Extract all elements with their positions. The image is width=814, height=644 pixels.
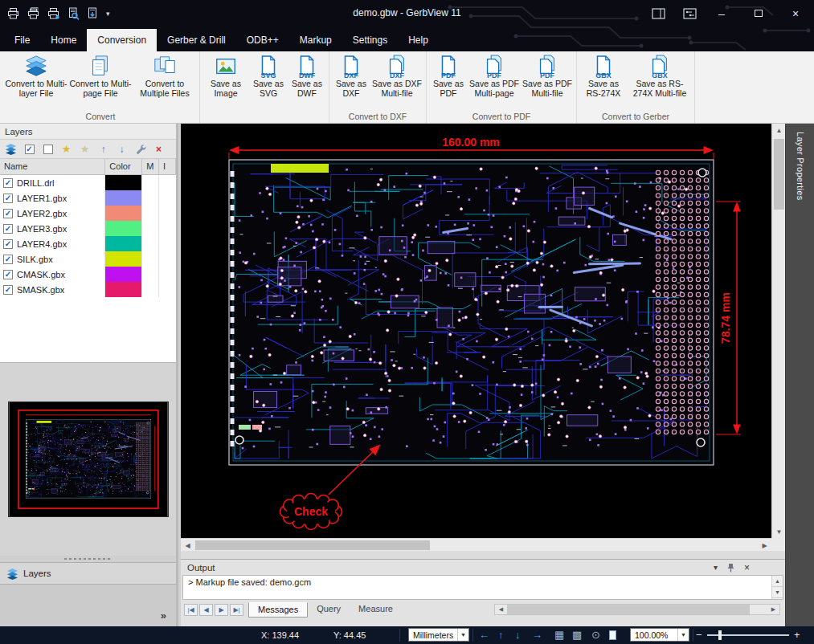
layer-color-swatch[interactable]: [105, 221, 142, 236]
overflow-chevron-icon[interactable]: »: [161, 609, 166, 622]
layer-color-swatch[interactable]: [105, 236, 142, 251]
panels-layout-icon[interactable]: [652, 8, 665, 19]
layers-bottom-tab[interactable]: Layers: [0, 562, 176, 585]
layer-visible-checkbox[interactable]: ✓: [3, 224, 13, 234]
snap-grid-icon[interactable]: ▩: [572, 629, 582, 642]
scroll-right-icon[interactable]: ▶: [758, 539, 771, 552]
print-preview-icon[interactable]: [67, 7, 80, 20]
scroll-down-icon[interactable]: ▼: [772, 525, 786, 538]
layer-visible-checkbox[interactable]: ✓: [3, 178, 13, 188]
menu-tab-file[interactable]: File: [4, 29, 40, 51]
layer-row-smask-gbx[interactable]: ✓SMASK.gbx: [0, 282, 176, 297]
maximize-icon[interactable]: [740, 0, 777, 26]
column-header-name[interactable]: Name: [0, 159, 105, 174]
save-as-pdf-multi-file-button[interactable]: PDFSave as PDF Multi-file: [522, 53, 573, 99]
save-as-pdf-multi-page-button[interactable]: PDFSave as PDF Multi-page: [468, 53, 520, 99]
menu-tab-settings[interactable]: Settings: [342, 29, 398, 51]
pan-down-icon[interactable]: ↓: [515, 629, 521, 642]
highlight-off-icon[interactable]: ★: [78, 142, 92, 156]
layers-icon[interactable]: [4, 142, 18, 156]
output-tab-messages[interactable]: Messages: [248, 602, 308, 618]
column-header-m[interactable]: M: [142, 159, 159, 174]
menu-tab-conversion[interactable]: Conversion: [87, 29, 157, 51]
layer-row-silk-gbx[interactable]: ✓SILK.gbx: [0, 251, 176, 267]
sheet-icon[interactable]: [609, 629, 616, 643]
scroll-left-icon[interactable]: ◀: [181, 539, 194, 552]
next-message-icon[interactable]: ▶: [215, 604, 228, 616]
horizontal-scroll-thumb[interactable]: [195, 540, 430, 550]
output-tab-measure[interactable]: Measure: [350, 602, 402, 618]
save-as-svg-button[interactable]: SVGSave as SVG: [250, 53, 287, 99]
board-view-icon[interactable]: [683, 8, 697, 19]
pin-icon[interactable]: [726, 563, 735, 573]
uncheck-all-icon[interactable]: [41, 142, 55, 156]
layer-visible-checkbox[interactable]: ✓: [3, 255, 13, 264]
layer-visible-checkbox[interactable]: ✓: [3, 194, 13, 203]
menu-tab-markup[interactable]: Markup: [289, 29, 342, 51]
save-as-dxf-multi-file-button[interactable]: DXFSave as DXF Multi-file: [371, 53, 423, 99]
horizontal-scrollbar[interactable]: ◀ ▶: [181, 538, 771, 551]
width-dimension-label[interactable]: 160.00 mm: [442, 136, 500, 149]
column-header-i[interactable]: I: [159, 159, 176, 174]
scroll-down-icon[interactable]: ▼: [772, 587, 783, 598]
save-as-dwf-button[interactable]: DWFSave as DWF: [288, 53, 325, 99]
output-scroll-thumb[interactable]: [507, 605, 750, 614]
print-multipage-icon[interactable]: [27, 7, 40, 20]
pcb-view[interactable]: 160.00 mm 78.74 mm Check: [181, 124, 771, 538]
layer-visible-checkbox[interactable]: ✓: [3, 270, 13, 279]
pan-right-icon[interactable]: →: [532, 629, 542, 642]
menu-tab-odb[interactable]: ODB++: [236, 29, 289, 51]
convert-to-multi-page-file-button[interactable]: Convert to Multi-page File: [69, 53, 132, 99]
convert-to-multiple-files-button[interactable]: Convert to Multiple Files: [133, 53, 196, 99]
move-down-icon[interactable]: ↓: [115, 142, 129, 156]
layer-visible-checkbox[interactable]: ✓: [3, 209, 13, 218]
close-icon[interactable]: ×: [777, 0, 814, 26]
save-markup-icon[interactable]: [86, 7, 99, 20]
zoom-slider[interactable]: [707, 626, 789, 644]
save-as-rs-274x-button[interactable]: GBXSave as RS-274X: [580, 53, 627, 99]
print-settings-icon[interactable]: [47, 7, 60, 20]
menu-tab-home[interactable]: Home: [40, 29, 87, 51]
delete-icon[interactable]: ×: [152, 142, 166, 156]
output-mini-scrollbar[interactable]: ▲ ▼: [771, 576, 783, 599]
layer-visible-checkbox[interactable]: ✓: [3, 285, 13, 295]
layer-properties-tab[interactable]: Layer Properties: [796, 132, 805, 201]
units-select[interactable]: Millimeters▼: [408, 628, 469, 642]
menu-tab-gerber-drill[interactable]: Gerber & Drill: [157, 29, 236, 51]
layer-row-layer2-gbx[interactable]: ✓LAYER2.gbx: [0, 206, 176, 221]
scroll-right-icon[interactable]: ▶: [767, 605, 779, 614]
vertical-scroll-thumb[interactable]: [774, 139, 784, 210]
scroll-left-icon[interactable]: ◀: [495, 605, 507, 614]
move-up-icon[interactable]: ↑: [96, 142, 110, 156]
pan-left-icon[interactable]: ←: [479, 629, 489, 642]
zoom-select[interactable]: 100.00%▼: [630, 628, 689, 642]
save-as-rs-274x-multi-file-button[interactable]: GBXSave as RS-274X Multi-file: [628, 53, 691, 99]
layer-row-drill-drl[interactable]: ✓DRILL.drl: [0, 175, 176, 190]
save-as-dxf-button[interactable]: DXFSave as DXF: [333, 53, 370, 99]
grid-icon[interactable]: ▦: [554, 629, 564, 642]
first-message-icon[interactable]: |◀: [184, 604, 198, 616]
layer-visible-checkbox[interactable]: ✓: [3, 239, 13, 249]
layer-row-layer1-gbx[interactable]: ✓LAYER1.gbx: [0, 190, 176, 206]
zoom-out-icon[interactable]: −: [696, 629, 702, 642]
qat-customize-icon[interactable]: ▾: [106, 10, 110, 18]
panel-splitter-handle[interactable]: [0, 556, 176, 562]
origin-icon[interactable]: ⊙: [591, 629, 600, 642]
output-horizontal-scrollbar[interactable]: ◀ ▶: [494, 604, 780, 615]
zoom-slider-thumb[interactable]: [718, 630, 722, 640]
height-dimension-label[interactable]: 78.74 mm: [719, 292, 732, 344]
layer-color-swatch[interactable]: [105, 175, 142, 190]
save-as-pdf-button[interactable]: PDFSave as PDF: [430, 53, 467, 99]
layer-color-swatch[interactable]: [105, 251, 142, 267]
output-splitter[interactable]: [181, 551, 785, 559]
save-as-image-button[interactable]: Save as Image: [203, 53, 248, 99]
overview-thumbnail[interactable]: [8, 401, 169, 517]
highlight-on-icon[interactable]: ★: [59, 142, 73, 156]
menu-tab-help[interactable]: Help: [398, 29, 439, 51]
layer-color-swatch[interactable]: [105, 267, 142, 282]
scroll-up-icon[interactable]: ▲: [772, 576, 783, 587]
layer-row-layer4-gbx[interactable]: ✓LAYER4.gbx: [0, 236, 176, 251]
close-icon[interactable]: ×: [744, 562, 750, 573]
settings-wrench-icon[interactable]: [133, 142, 147, 156]
minimize-icon[interactable]: –: [703, 0, 740, 26]
